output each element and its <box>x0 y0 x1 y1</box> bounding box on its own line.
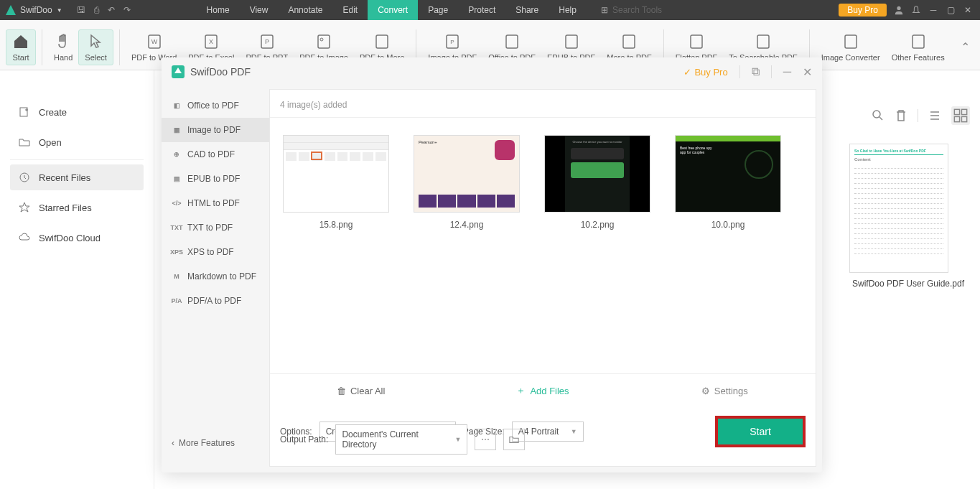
more-options-button[interactable]: ⋯ <box>475 429 496 450</box>
tool-select[interactable]: Select <box>78 29 113 65</box>
menu-share[interactable]: Share <box>505 0 549 20</box>
side-xps-to-pdf[interactable]: XPSXPS to PDF <box>162 240 269 264</box>
left-sidebar: Create Open Recent Files Starred Files S… <box>0 70 154 489</box>
dialog-body: ◧Office to PDF ▦Image to PDF ⊕CAD to PDF… <box>162 86 822 472</box>
output-select[interactable]: Document's Current Directory▼ <box>335 424 467 455</box>
dialog-logo-icon <box>172 65 185 78</box>
undo-icon[interactable]: ↶ <box>108 5 115 15</box>
img2pdf-icon: P <box>444 33 461 50</box>
create-icon <box>19 106 30 118</box>
search-tools[interactable]: ⊞ <box>601 5 699 15</box>
dialog-popout-icon[interactable]: ⧉ <box>752 65 760 78</box>
side-txt-to-pdf[interactable]: TXTTXT to PDF <box>162 215 269 240</box>
bell-icon[interactable] <box>911 5 921 15</box>
cad-icon: ⊕ <box>172 149 182 159</box>
dialog-main: 4 image(s) added 15.8.png Pearson+ 12.4.… <box>269 89 816 467</box>
print-icon[interactable]: ⎙ <box>94 5 99 15</box>
office-icon: ◧ <box>172 101 182 111</box>
side-more-features[interactable]: ‹More Features <box>162 428 269 458</box>
menu-edit[interactable]: Edit <box>332 0 368 20</box>
clear-all-button[interactable]: 🗑Clear All <box>270 374 452 407</box>
sidebar-create[interactable]: Create <box>10 99 144 125</box>
output-label: Output Path: <box>280 434 328 444</box>
menu-protect[interactable]: Protect <box>458 0 505 20</box>
delete-icon[interactable] <box>895 109 907 122</box>
search-input[interactable] <box>612 5 699 15</box>
html-icon: </> <box>172 198 182 208</box>
side-html-to-pdf[interactable]: </>HTML to PDF <box>162 191 269 215</box>
minimize-icon[interactable]: ─ <box>928 5 938 15</box>
menu-home[interactable]: Home <box>197 0 240 20</box>
svg-rect-25 <box>961 116 966 121</box>
tool-image-converter[interactable]: Image Converter <box>816 30 886 65</box>
side-md-to-pdf[interactable]: MMarkdown to PDF <box>162 264 269 289</box>
start-button[interactable]: Start <box>715 416 806 447</box>
side-cad-to-pdf[interactable]: ⊕CAD to PDF <box>162 142 269 167</box>
dialog-close-icon[interactable]: ✕ <box>803 65 812 79</box>
user-icon[interactable] <box>894 5 904 15</box>
side-pdfa-to-pdf[interactable]: P/APDF/A to PDF <box>162 289 269 313</box>
tool-other-features[interactable]: Other Features <box>886 30 951 65</box>
convert-dialog: SwifDoo PDF ✓Buy Pro ⧉ ─ ✕ ◧Office to PD… <box>162 57 822 472</box>
side-office-to-pdf[interactable]: ◧Office to PDF <box>162 93 269 118</box>
dialog-minimize-icon[interactable]: ─ <box>783 65 791 78</box>
grid-view-icon[interactable] <box>951 106 970 125</box>
add-files-button[interactable]: ＋Add Files <box>452 374 633 407</box>
svg-point-8 <box>320 38 323 41</box>
svg-rect-18 <box>913 35 924 48</box>
chevron-down-icon: ▼ <box>571 428 577 435</box>
svg-point-0 <box>897 6 900 10</box>
save-icon[interactable]: 🖫 <box>77 5 85 15</box>
sidebar-cloud[interactable]: SwifDoo Cloud <box>10 225 144 251</box>
thumb-caption: 15.8.png <box>319 220 353 230</box>
dialog-buy-pro[interactable]: ✓Buy Pro <box>683 67 727 78</box>
sidebar-recent[interactable]: Recent Files <box>10 164 144 190</box>
svg-rect-12 <box>506 35 518 48</box>
browse-folder-button[interactable] <box>503 429 525 450</box>
redo-icon[interactable]: ↷ <box>123 5 131 15</box>
thumb-item[interactable]: Pearson+ 12.4.png <box>414 135 520 230</box>
ppt-icon: P <box>258 33 276 50</box>
menu-view[interactable]: View <box>240 0 279 20</box>
preview-icon[interactable] <box>872 109 885 122</box>
home-icon <box>12 33 29 50</box>
svg-rect-14 <box>623 35 635 48</box>
document-thumbnail[interactable]: So Glad to Have You Here at SwifDoo PDF … <box>849 144 948 273</box>
other-icon <box>910 33 927 50</box>
svg-rect-24 <box>954 116 959 121</box>
svg-rect-7 <box>318 35 330 48</box>
office2pdf-icon <box>503 33 521 50</box>
thumb-item[interactable]: 15.8.png <box>283 135 389 230</box>
side-image-to-pdf[interactable]: ▦Image to PDF <box>162 118 269 142</box>
thumb-item[interactable]: Choose the device you want to monitor 10… <box>544 135 650 230</box>
image-side-icon: ▦ <box>172 125 182 135</box>
sidebar-starred[interactable]: Starred Files <box>10 195 144 220</box>
svg-rect-17 <box>845 35 857 48</box>
dialog-sidebar: ◧Office to PDF ▦Image to PDF ⊕CAD to PDF… <box>162 86 269 472</box>
close-icon[interactable]: ✕ <box>963 5 973 15</box>
app-name: SwifDoo <box>20 5 52 15</box>
menu-convert[interactable]: Convert <box>368 0 418 20</box>
tool-hand[interactable]: Hand <box>48 30 78 65</box>
chevron-down-icon: ▼ <box>454 436 461 443</box>
plus-icon: ＋ <box>516 384 526 397</box>
list-view-icon[interactable] <box>928 109 941 122</box>
app-dropdown-icon[interactable]: ▼ <box>57 7 62 14</box>
maximize-icon[interactable]: ▢ <box>946 5 956 15</box>
settings-button[interactable]: ⚙Settings <box>634 374 816 407</box>
menu-annotate[interactable]: Annotate <box>278 0 332 20</box>
buy-pro-button[interactable]: Buy Pro <box>839 4 887 17</box>
svg-text:P: P <box>265 38 269 45</box>
sidebar-open[interactable]: Open <box>10 129 144 155</box>
star-icon <box>19 202 30 213</box>
menu-page[interactable]: Page <box>418 0 458 20</box>
cursor-icon <box>88 33 105 50</box>
ribbon-collapse-icon[interactable]: ⌃ <box>951 40 980 54</box>
thumb-item[interactable]: Best free phone spy app for couples 10.0… <box>675 135 781 230</box>
side-epub-to-pdf[interactable]: ▤EPUB to PDF <box>162 167 269 191</box>
trash-icon: 🗑 <box>337 386 346 396</box>
tool-start[interactable]: Start <box>6 29 36 65</box>
menu-help[interactable]: Help <box>549 0 587 20</box>
svg-text:P: P <box>451 39 454 45</box>
searchable-icon <box>755 33 772 50</box>
